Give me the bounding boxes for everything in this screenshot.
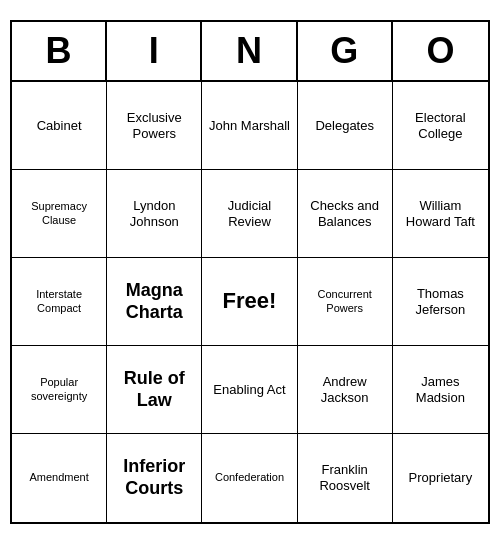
bingo-letter-b: B [12, 22, 107, 80]
bingo-grid: CabinetExclusive PowersJohn MarshallDele… [12, 82, 488, 522]
bingo-cell-21: Inferior Courts [107, 434, 202, 522]
bingo-cell-7: Judicial Review [202, 170, 297, 258]
bingo-cell-8: Checks and Balances [298, 170, 393, 258]
bingo-cell-10: Interstate Compact [12, 258, 107, 346]
bingo-cell-12: Free! [202, 258, 297, 346]
bingo-cell-13: Concurrent Powers [298, 258, 393, 346]
bingo-cell-24: Proprietary [393, 434, 488, 522]
bingo-cell-14: Thomas Jeferson [393, 258, 488, 346]
bingo-cell-16: Rule of Law [107, 346, 202, 434]
bingo-cell-6: Lyndon Johnson [107, 170, 202, 258]
bingo-cell-15: Popular sovereignty [12, 346, 107, 434]
bingo-letter-n: N [202, 22, 297, 80]
bingo-cell-11: Magna Charta [107, 258, 202, 346]
bingo-cell-0: Cabinet [12, 82, 107, 170]
bingo-letter-i: I [107, 22, 202, 80]
bingo-cell-4: Electoral College [393, 82, 488, 170]
bingo-cell-9: William Howard Taft [393, 170, 488, 258]
bingo-cell-19: James Madsion [393, 346, 488, 434]
bingo-cell-3: Delegates [298, 82, 393, 170]
bingo-cell-5: Supremacy Clause [12, 170, 107, 258]
bingo-letter-g: G [298, 22, 393, 80]
bingo-cell-23: Franklin Roosvelt [298, 434, 393, 522]
bingo-board: BINGO CabinetExclusive PowersJohn Marsha… [10, 20, 490, 524]
bingo-cell-1: Exclusive Powers [107, 82, 202, 170]
bingo-letter-o: O [393, 22, 488, 80]
bingo-cell-22: Confederation [202, 434, 297, 522]
bingo-cell-2: John Marshall [202, 82, 297, 170]
bingo-cell-17: Enabling Act [202, 346, 297, 434]
bingo-cell-18: Andrew Jackson [298, 346, 393, 434]
bingo-cell-20: Amendment [12, 434, 107, 522]
bingo-header: BINGO [12, 22, 488, 82]
